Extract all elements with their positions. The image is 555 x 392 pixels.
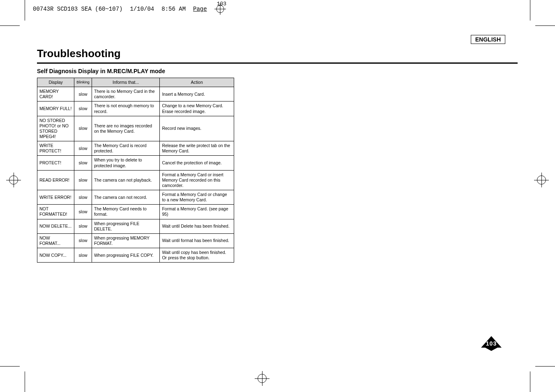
title-rule: [37, 62, 518, 64]
col-blinking: Blinking: [74, 78, 92, 87]
plate-filename: 00743R SCD103 SEA (60~107): [33, 6, 122, 12]
crop-mark: [0, 25, 20, 26]
cell-informs: The camera can not record.: [92, 190, 160, 205]
crop-mark: [535, 366, 555, 367]
cell-blinking: slow: [74, 170, 92, 190]
table-row: READ ERROR!slowThe camera can not playba…: [37, 170, 234, 190]
registration-mark-icon: [255, 371, 269, 386]
cell-display: NOT FORMATTED!: [37, 205, 74, 219]
crop-mark: [25, 0, 25, 21]
registration-mark-icon: 103: [214, 3, 226, 15]
table-row: WRITE PROTECT!slowThe Memory Card is rec…: [37, 141, 234, 156]
cell-display: READ ERROR!: [37, 170, 74, 190]
table-row: MEMORY FULL!slowThere is not enough memo…: [37, 101, 234, 116]
cell-action: Insert a Memory Card.: [160, 87, 234, 101]
cell-action: Wait until copy has been finished. Or pr…: [160, 248, 234, 263]
crop-mark: [530, 371, 530, 392]
cell-blinking: slow: [74, 233, 92, 248]
cell-blinking: slow: [74, 116, 92, 141]
table-row: MEMORY CARD!slowThere is no Memory Card …: [37, 87, 234, 101]
cell-informs: There is no Memory Card in the camcorder…: [92, 87, 160, 101]
cell-action: Release the write protect tab on the Mem…: [160, 141, 234, 156]
plate-page-partial: 103: [217, 1, 226, 7]
cell-display: NO STORED PHOTO! or NO STORED MPEG4!: [37, 116, 74, 141]
page-number: 103: [481, 336, 502, 351]
plate-date: 1/10/04: [130, 6, 154, 12]
cell-informs: The camera can not playback.: [92, 170, 160, 190]
crop-mark: [25, 371, 25, 392]
cell-informs: The Memory Card needs to format.: [92, 205, 160, 219]
col-informs: Informs that...: [92, 78, 160, 87]
cell-action: Format a Memory Card or insert Memory Ca…: [160, 170, 234, 190]
page-number-badge: 103: [481, 336, 502, 351]
cell-blinking: slow: [74, 156, 92, 170]
cell-display: NOW DELETE...: [37, 219, 74, 233]
table-row: NOW COPY...slowWhen progressing FILE COP…: [37, 248, 234, 263]
cell-display: NOW FORMAT...: [37, 233, 74, 248]
cell-display: MEMORY FULL!: [37, 101, 74, 116]
cell-informs: There are no images recorded on the Memo…: [92, 116, 160, 141]
cell-informs: When progressing FILE DELETE.: [92, 219, 160, 233]
crop-mark: [0, 366, 20, 367]
cell-display: WRITE ERROR!: [37, 190, 74, 205]
cell-blinking: slow: [74, 219, 92, 233]
table-row: NO STORED PHOTO! or NO STORED MPEG4!slow…: [37, 116, 234, 141]
crop-mark: [530, 0, 530, 21]
cell-display: PROTECT!: [37, 156, 74, 170]
table-row: PROTECT!slowWhen you try to delete to pr…: [37, 156, 234, 170]
cell-blinking: slow: [74, 205, 92, 219]
table-row: NOW DELETE...slowWhen progressing FILE D…: [37, 219, 234, 233]
cell-blinking: slow: [74, 101, 92, 116]
cell-action: Format a Memory Card. (see page 95): [160, 205, 234, 219]
cell-display: MEMORY CARD!: [37, 87, 74, 101]
language-badge: ENGLISH: [471, 35, 505, 44]
cell-display: NOW COPY...: [37, 248, 74, 263]
cell-blinking: slow: [74, 87, 92, 101]
cell-informs: When progressing FILE COPY.: [92, 248, 160, 263]
table-row: WRITE ERROR!slowThe camera can not recor…: [37, 190, 234, 205]
cell-blinking: slow: [74, 248, 92, 263]
cell-blinking: slow: [74, 190, 92, 205]
section-subhead: Self Diagnosis Display in M.REC/M.PLAY m…: [37, 68, 518, 74]
table-row: NOW FORMAT...slowWhen progressing MEMORY…: [37, 233, 234, 248]
cell-action: Wait until format has been finished.: [160, 233, 234, 248]
cell-informs: There is not enough memory to record.: [92, 101, 160, 116]
plate-page-label: Page: [193, 6, 207, 12]
cell-informs: When you try to delete to protected imag…: [92, 156, 160, 170]
page-title: Troubleshooting: [37, 47, 518, 60]
col-display: Display: [37, 78, 74, 87]
cell-action: Change to a new Memory Card. Erase recor…: [160, 101, 234, 116]
table-row: NOT FORMATTED!slowThe Memory Card needs …: [37, 205, 234, 219]
cell-action: Format a Memory Card or change to a new …: [160, 190, 234, 205]
cell-informs: When progressing MEMORY FORMAT.: [92, 233, 160, 248]
plate-time: 8:56 AM: [161, 6, 186, 12]
registration-mark-icon: [6, 173, 21, 187]
cell-informs: The Memory Card is record protected.: [92, 141, 160, 156]
print-plate-header: 00743R SCD103 SEA (60~107) 1/10/04 8:56 …: [33, 3, 226, 15]
registration-mark-icon: [534, 173, 549, 187]
cell-action: Record new images.: [160, 116, 234, 141]
cell-display: WRITE PROTECT!: [37, 141, 74, 156]
cell-blinking: slow: [74, 141, 92, 156]
col-action: Action: [160, 78, 234, 87]
table-header-row: Display Blinking Informs that... Action: [37, 78, 234, 87]
cell-action: Wait until Delete has been finished.: [160, 219, 234, 233]
diagnosis-table: Display Blinking Informs that... Action …: [37, 78, 234, 263]
document-page: ENGLISH Troubleshooting Self Diagnosis D…: [37, 35, 518, 263]
crop-mark: [535, 25, 555, 26]
cell-action: Cancel the protection of image.: [160, 156, 234, 170]
